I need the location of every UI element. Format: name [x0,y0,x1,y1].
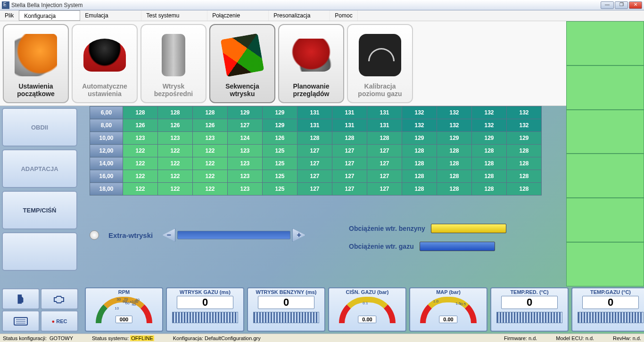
table-cell[interactable]: 131 [332,106,367,119]
table-cell[interactable]: 127 [367,157,402,170]
table-cell[interactable]: 128 [402,170,437,183]
maximize-button[interactable]: ❐ [615,1,628,9]
table-cell[interactable]: 129 [437,132,472,145]
table-cell[interactable]: 129 [402,132,437,145]
table-cell[interactable]: 132 [437,106,472,119]
table-cell[interactable]: 122 [158,157,193,170]
table-cell[interactable]: 122 [193,145,228,157]
table-cell[interactable]: 128 [507,183,542,195]
table-cell[interactable]: 123 [193,132,228,145]
table-cell[interactable]: 128 [437,183,472,195]
ecu-icon-button[interactable] [2,310,40,332]
table-cell[interactable]: 126 [263,132,297,145]
table-cell[interactable]: 132 [472,106,507,119]
menu-personalizacja[interactable]: Presonalizacja [269,10,330,21]
rec-button[interactable]: ●REC [41,310,78,332]
table-row-header[interactable]: 18,00 [90,183,123,195]
table-cell[interactable]: 124 [228,132,263,145]
table-cell[interactable]: 128 [402,183,437,195]
table-cell[interactable]: 128 [193,106,228,119]
table-cell[interactable]: 128 [472,157,507,170]
table-cell[interactable]: 129 [472,132,507,145]
menu-emulacja[interactable]: Emulacja [80,10,141,21]
menu-polaczenie[interactable]: Połączenie [207,10,269,21]
adaptacja-button[interactable]: ADAPTACJA [2,149,77,188]
table-cell[interactable]: 126 [158,119,193,132]
extra-wtryski-slider[interactable]: − + [162,228,305,242]
table-cell[interactable]: 128 [367,132,402,145]
menu-pomoc[interactable]: Pomoc [330,10,357,21]
table-cell[interactable]: 131 [367,106,402,119]
table-cell[interactable]: 122 [158,170,193,183]
table-cell[interactable]: 122 [193,183,228,195]
table-cell[interactable]: 128 [507,145,542,157]
toolbar-kalibracja-poziomu-gazu[interactable]: Kalibracja poziomu gazu [347,24,413,103]
table-row-header[interactable]: 14,00 [90,157,123,170]
table-cell[interactable]: 127 [297,157,332,170]
table-cell[interactable]: 123 [123,132,158,145]
table-cell[interactable]: 132 [507,119,542,132]
table-cell[interactable]: 122 [123,170,158,183]
toolbar-automatyczne-ustawienia[interactable]: Automatyczne ustawienia [72,24,138,103]
table-cell[interactable]: 129 [228,106,263,119]
table-cell[interactable]: 127 [332,157,367,170]
slider-track[interactable] [177,231,290,239]
empty-button[interactable] [2,232,77,271]
toolbar-planowanie-przegladow[interactable]: Planowanie przeglądów [278,24,344,103]
toolbar-wtrysk-bezposredni[interactable]: Wtrysk bezpośredni [140,24,206,103]
table-cell[interactable]: 132 [402,119,437,132]
table-row-header[interactable]: 10,00 [90,132,123,145]
temp-cisn-button[interactable]: TEMP/CIŚŃ [2,191,77,229]
table-cell[interactable]: 122 [123,157,158,170]
table-cell[interactable]: 131 [367,119,402,132]
table-cell[interactable]: 128 [472,170,507,183]
table-cell[interactable]: 126 [193,119,228,132]
table-cell[interactable]: 122 [158,183,193,195]
table-cell[interactable]: 131 [332,119,367,132]
engine-icon-button[interactable] [41,288,78,309]
table-cell[interactable]: 128 [507,157,542,170]
table-cell[interactable]: 123 [228,157,263,170]
table-cell[interactable]: 128 [402,157,437,170]
table-cell[interactable]: 123 [228,145,263,157]
table-cell[interactable]: 127 [367,183,402,195]
close-button[interactable]: ✕ [629,1,642,9]
table-cell[interactable]: 127 [367,170,402,183]
table-cell[interactable]: 127 [332,145,367,157]
table-cell[interactable]: 128 [402,145,437,157]
table-row-header[interactable]: 16,00 [90,170,123,183]
table-cell[interactable]: 125 [263,145,297,157]
table-cell[interactable]: 125 [263,183,297,195]
toolbar-ustawienia-poczatkowe[interactable]: Ustawienia początkowe [3,24,69,103]
table-cell[interactable]: 123 [228,183,263,195]
table-cell[interactable]: 132 [507,106,542,119]
table-cell[interactable]: 122 [123,145,158,157]
table-cell[interactable]: 128 [437,170,472,183]
table-cell[interactable]: 132 [437,119,472,132]
table-cell[interactable]: 132 [402,106,437,119]
table-cell[interactable]: 128 [297,132,332,145]
table-cell[interactable]: 127 [297,183,332,195]
injection-table[interactable]: 6,00128128128129129131131131132132132132… [90,106,542,195]
table-row-header[interactable]: 8,00 [90,119,123,132]
table-cell[interactable]: 122 [123,183,158,195]
table-cell[interactable]: 129 [507,132,542,145]
minimize-button[interactable]: — [601,1,614,9]
table-cell[interactable]: 128 [437,157,472,170]
table-cell[interactable]: 127 [332,183,367,195]
table-cell[interactable]: 122 [193,157,228,170]
menu-plik[interactable]: Plik [0,10,19,21]
table-cell[interactable]: 128 [332,132,367,145]
table-row-header[interactable]: 12,00 [90,145,123,157]
table-cell[interactable]: 127 [367,145,402,157]
table-cell[interactable]: 127 [297,145,332,157]
table-cell[interactable]: 122 [193,170,228,183]
slider-minus-button[interactable]: − [162,228,175,242]
fuel-icon-button[interactable] [2,288,40,309]
obdii-button[interactable]: OBDII [2,108,77,147]
table-cell[interactable]: 127 [297,170,332,183]
table-cell[interactable]: 127 [332,170,367,183]
table-cell[interactable]: 125 [263,170,297,183]
table-cell[interactable]: 131 [297,106,332,119]
table-cell[interactable]: 129 [263,106,297,119]
